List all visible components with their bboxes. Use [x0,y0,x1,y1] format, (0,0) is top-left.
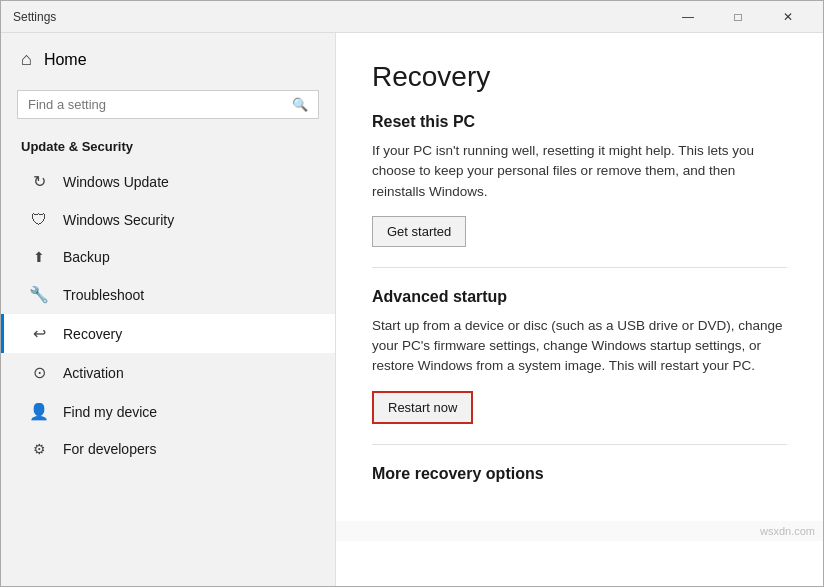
get-started-button[interactable]: Get started [372,216,466,247]
sidebar-item-for-developers[interactable]: ⚙ For developers [1,431,335,467]
sidebar-item-recovery[interactable]: ↩ Recovery [1,314,335,353]
advanced-startup-desc: Start up from a device or disc (such as … [372,316,787,377]
sidebar-item-label: Troubleshoot [63,287,144,303]
more-recovery-title: More recovery options [372,465,787,483]
backup-icon: ⬆ [29,249,49,265]
sidebar-item-label: Windows Update [63,174,169,190]
divider-1 [372,267,787,268]
sidebar-item-windows-update[interactable]: ↻ Windows Update [1,162,335,201]
main-content: Recovery Reset this PC If your PC isn't … [336,33,823,521]
home-icon: ⌂ [21,49,32,70]
window-title: Settings [13,10,56,24]
sidebar-item-activation[interactable]: ⊙ Activation [1,353,335,392]
sidebar: ⌂ Home 🔍 Update & Security ↻ Windows Upd… [1,33,336,586]
maximize-button[interactable]: □ [715,1,761,33]
recovery-icon: ↩ [29,324,49,343]
sidebar-item-troubleshoot[interactable]: 🔧 Troubleshoot [1,275,335,314]
sidebar-home-label: Home [44,51,87,69]
restart-now-button[interactable]: Restart now [372,391,473,424]
settings-window: Settings — □ ✕ ⌂ Home 🔍 Update & Securit… [0,0,824,587]
window-controls: — □ ✕ [665,1,811,33]
reset-section-desc: If your PC isn't running well, resetting… [372,141,787,202]
content-area: ⌂ Home 🔍 Update & Security ↻ Windows Upd… [1,33,823,586]
sidebar-item-label: Activation [63,365,124,381]
activation-icon: ⊙ [29,363,49,382]
search-box[interactable]: 🔍 [17,90,319,119]
sidebar-item-label: Find my device [63,404,157,420]
sidebar-item-find-my-device[interactable]: 👤 Find my device [1,392,335,431]
title-bar-left: Settings [13,10,56,24]
sidebar-item-label: For developers [63,441,156,457]
main-wrapper: Recovery Reset this PC If your PC isn't … [336,33,823,586]
title-bar: Settings — □ ✕ [1,1,823,33]
advanced-startup-title: Advanced startup [372,288,787,306]
find-my-device-icon: 👤 [29,402,49,421]
page-title: Recovery [372,61,787,93]
more-recovery-section: More recovery options [372,465,787,483]
close-button[interactable]: ✕ [765,1,811,33]
sidebar-item-label: Backup [63,249,110,265]
watermark: wsxdn.com [336,521,823,541]
sidebar-item-label: Windows Security [63,212,174,228]
windows-security-icon: 🛡 [29,211,49,229]
search-icon: 🔍 [292,97,308,112]
for-developers-icon: ⚙ [29,441,49,457]
troubleshoot-icon: 🔧 [29,285,49,304]
sidebar-section-title: Update & Security [1,131,335,162]
minimize-button[interactable]: — [665,1,711,33]
sidebar-item-label: Recovery [63,326,122,342]
advanced-startup-section: Advanced startup Start up from a device … [372,288,787,424]
reset-section: Reset this PC If your PC isn't running w… [372,113,787,247]
search-input[interactable] [28,97,284,112]
sidebar-item-backup[interactable]: ⬆ Backup [1,239,335,275]
divider-2 [372,444,787,445]
windows-update-icon: ↻ [29,172,49,191]
sidebar-item-home[interactable]: ⌂ Home [1,33,335,86]
sidebar-item-windows-security[interactable]: 🛡 Windows Security [1,201,335,239]
reset-section-title: Reset this PC [372,113,787,131]
